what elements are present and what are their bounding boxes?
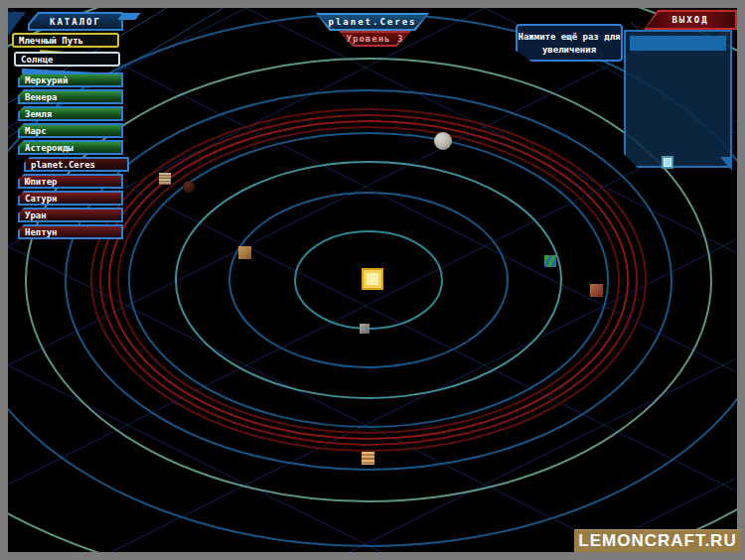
zoom-hint-tooltip: Нажмите ещё раз для увеличения — [516, 24, 623, 62]
sidebar-item-label: Уран — [25, 210, 47, 220]
sidebar-item-mars[interactable]: Марс — [18, 123, 123, 138]
zoom-hint-line1: Нажмите ещё раз для — [519, 32, 621, 42]
jupiter-marker[interactable] — [362, 452, 374, 465]
sidebar-item-label: Марс — [25, 126, 47, 136]
mars-marker[interactable] — [590, 284, 603, 297]
sidebar-item-ceres[interactable]: planet.Ceres — [24, 157, 129, 172]
venus-marker[interactable] — [238, 246, 251, 259]
sidebar-item-label: Венера — [25, 92, 58, 102]
earth-marker[interactable] — [544, 255, 556, 267]
sidebar-item-label: Нептун — [25, 227, 58, 237]
saturn-marker[interactable] — [159, 173, 171, 185]
sidebar-item-uranus[interactable]: Уран — [18, 208, 123, 222]
sidebar-item-label: Меркурий — [25, 75, 68, 85]
exit-button[interactable]: ВЫХОД — [644, 10, 737, 30]
sidebar-item-label: Земля — [25, 109, 52, 119]
sidebar-item-label: Солнце — [21, 55, 54, 65]
overview-panel — [624, 30, 732, 168]
sun-marker[interactable] — [362, 268, 383, 290]
catalog-header-label: КАТАЛОГ — [28, 12, 123, 31]
watermark: LEMONCRAFT.RU — [574, 529, 741, 552]
selected-body-banner: planet.Ceres — [316, 13, 429, 31]
tier-banner: Уровень 3 — [339, 31, 411, 47]
sidebar-item-mercury[interactable]: Меркурий — [18, 72, 123, 87]
overview-panel-header — [630, 36, 726, 51]
tier-label: Уровень 3 — [339, 31, 411, 47]
sidebar-item-earth[interactable]: Земля — [18, 106, 123, 121]
sidebar-item-label: Юпитер — [25, 177, 58, 187]
sidebar-item-venus[interactable]: Венера — [18, 89, 123, 104]
sidebar-item-jupiter[interactable]: Юпитер — [18, 174, 123, 189]
sidebar-item-label: Млечный Путь — [19, 36, 83, 46]
dark-body-marker[interactable] — [183, 181, 195, 193]
catalog-header: КАТАЛОГ — [28, 12, 123, 31]
overview-panel-handle[interactable] — [662, 156, 673, 169]
sidebar-item-label: Сатурн — [25, 194, 58, 204]
mercury-marker[interactable] — [360, 324, 370, 334]
sidebar-item-label: Астероиды — [25, 143, 74, 153]
window-frame: КАТАЛОГ Млечный Путь Солнце Меркурий Вен… — [0, 0, 745, 560]
sidebar-item-milky-way[interactable]: Млечный Путь — [12, 33, 119, 48]
sidebar-item-asteroids[interactable]: Астероиды — [18, 140, 123, 155]
ceres-marker[interactable] — [434, 132, 452, 150]
selected-body-name: planet.Ceres — [316, 13, 429, 31]
sidebar-item-neptune[interactable]: Нептун — [18, 224, 123, 239]
sidebar-item-sun[interactable]: Солнце — [14, 52, 120, 67]
celestial-map-screen: КАТАЛОГ Млечный Путь Солнце Меркурий Вен… — [8, 8, 737, 552]
zoom-hint-line2: увеличения — [542, 45, 596, 55]
sidebar-item-saturn[interactable]: Сатурн — [18, 191, 123, 206]
sidebar-item-label: planet.Ceres — [31, 160, 95, 170]
exit-button-label: ВЫХОД — [644, 10, 737, 30]
